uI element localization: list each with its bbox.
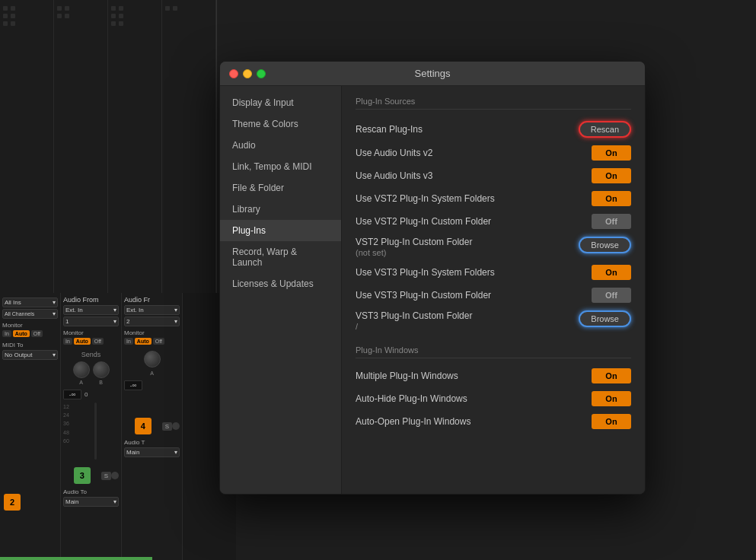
channel4-dot-btn[interactable] bbox=[172, 422, 180, 430]
channel4-s-btn[interactable]: S bbox=[162, 422, 172, 431]
rescan-label: Rescan Plug-Ins bbox=[356, 124, 423, 135]
auto-open-label: Auto-Open Plug-In Windows bbox=[356, 416, 471, 427]
send-b-knob[interactable] bbox=[93, 361, 110, 378]
vst2-browse-row: VST2 Plug-In Custom Folder (not set) Bro… bbox=[356, 233, 631, 261]
vst3-custom-label: Use VST3 Plug-In Custom Folder bbox=[356, 290, 491, 301]
settings-modal: Settings Display & Input Theme & Colors … bbox=[219, 61, 646, 495]
monitor-in-btn-a1[interactable]: In bbox=[63, 338, 72, 345]
midi-to-label: MIDI To bbox=[2, 342, 58, 348]
mixer-channel-audio1: Audio From Ext. In▾ 1▾ Monitor In Auto O… bbox=[61, 293, 122, 560]
sidebar-item-plug-ins[interactable]: Plug-Ins bbox=[220, 220, 341, 241]
audio-units-v2-row: Use Audio Units v2 On bbox=[356, 142, 631, 164]
audio-units-v3-row: Use Audio Units v3 On bbox=[356, 164, 631, 187]
monitor-off-btn-a2[interactable]: Off bbox=[153, 338, 164, 345]
multiple-windows-toggle[interactable]: On bbox=[592, 368, 631, 383]
vst2-folder-label-block: VST2 Plug-In Custom Folder (not set) bbox=[356, 237, 579, 257]
vst2-custom-row: Use VST2 Plug-In Custom Folder Off bbox=[356, 210, 631, 233]
vst3-folder-title: VST3 Plug-In Custom Folder bbox=[356, 310, 579, 321]
sidebar-item-link-tempo[interactable]: Link, Tempo & MIDI bbox=[220, 156, 341, 177]
auto-hide-toggle[interactable]: On bbox=[592, 391, 631, 406]
multiple-windows-row: Multiple Plug-In Windows On bbox=[356, 364, 631, 387]
midi-output-dropdown[interactable]: No Output▾ bbox=[2, 350, 58, 360]
sends-section: Sends A B bbox=[63, 348, 119, 385]
sidebar-item-file-folder[interactable]: File & Folder bbox=[220, 177, 341, 199]
vst3-path: / bbox=[356, 322, 579, 331]
auto-hide-row: Auto-Hide Plug-In Windows On bbox=[356, 387, 631, 410]
close-button[interactable] bbox=[229, 69, 238, 78]
channel3-s-btn[interactable]: S bbox=[101, 472, 111, 480]
auto-open-row: Auto-Open Plug-In Windows On bbox=[356, 410, 631, 433]
monitor-label-midi: Monitor bbox=[2, 322, 58, 329]
sidebar-item-licenses[interactable]: Licenses & Updates bbox=[220, 273, 341, 294]
vst2-custom-label: Use VST2 Plug-In Custom Folder bbox=[356, 216, 491, 227]
monitor-auto-btn-a2[interactable]: Auto bbox=[135, 338, 152, 345]
sidebar-item-theme-colors[interactable]: Theme & Colors bbox=[220, 113, 341, 135]
progress-bar bbox=[0, 557, 152, 560]
vst3-browse-button[interactable]: Browse bbox=[579, 310, 631, 327]
vst2-browse-button[interactable]: Browse bbox=[579, 237, 631, 253]
db-display2: -∞ bbox=[124, 380, 180, 390]
db-display: -∞ 0 bbox=[63, 390, 119, 399]
audio1-to-label: Audio To bbox=[63, 488, 119, 495]
auto-open-toggle[interactable]: On bbox=[592, 414, 631, 429]
sidebar-item-audio[interactable]: Audio bbox=[220, 135, 341, 156]
monitor-in-btn[interactable]: In bbox=[2, 330, 11, 337]
plug-in-sources-title: Plug-In Sources bbox=[356, 97, 631, 110]
monitor-off-btn-a1[interactable]: Off bbox=[92, 338, 104, 345]
vst2-not-set: (not set) bbox=[356, 248, 579, 257]
channel3-controls: 3 S bbox=[63, 464, 119, 487]
modal-content: Plug-In Sources Rescan Plug-Ins Rescan U… bbox=[342, 86, 645, 494]
monitor-off-btn[interactable]: Off bbox=[31, 330, 43, 337]
audio-units-v3-toggle[interactable]: On bbox=[592, 168, 631, 183]
mixer-area: All Ins▾ All Channels▾ Monitor In Auto O… bbox=[0, 293, 236, 560]
mixer-channel-audio2: Audio Fr Ext. In▾ 2▾ Monitor In Auto Off… bbox=[122, 293, 183, 560]
monitor-buttons-audio2: In Auto Off bbox=[124, 338, 180, 345]
monitor-buttons-midi: In Auto Off bbox=[2, 330, 58, 337]
channel3-number: 3 bbox=[74, 467, 91, 484]
sidebar-item-library[interactable]: Library bbox=[220, 199, 341, 220]
mixer-channel-midi: All Ins▾ All Channels▾ Monitor In Auto O… bbox=[0, 293, 61, 560]
plug-in-windows-title: Plug-In Windows bbox=[356, 345, 631, 358]
vst3-folder-label-block: VST3 Plug-In Custom Folder / bbox=[356, 310, 579, 331]
monitor-in-btn-a2[interactable]: In bbox=[124, 338, 133, 345]
audio2-input-dropdown[interactable]: Ext. In▾ bbox=[124, 305, 180, 315]
audio-units-v2-toggle[interactable]: On bbox=[592, 145, 631, 161]
midi-channel-dropdown[interactable]: All Channels▾ bbox=[2, 309, 58, 319]
vst3-custom-toggle[interactable]: Off bbox=[592, 288, 631, 303]
minimize-button[interactable] bbox=[243, 69, 252, 78]
auto-hide-label: Auto-Hide Plug-In Windows bbox=[356, 393, 467, 404]
send-a2-knob[interactable] bbox=[144, 351, 161, 368]
vst2-folder-title: VST2 Plug-In Custom Folder bbox=[356, 237, 579, 247]
audio2-channel-dropdown[interactable]: 2▾ bbox=[124, 317, 180, 326]
sidebar-item-record-warp[interactable]: Record, Warp & Launch bbox=[220, 241, 341, 273]
modal-sidebar: Display & Input Theme & Colors Audio Lin… bbox=[220, 86, 342, 494]
send-a-knob[interactable] bbox=[73, 361, 90, 378]
vst3-system-toggle[interactable]: On bbox=[592, 265, 631, 280]
audio2-from-label: Audio Fr bbox=[124, 296, 180, 304]
channel3-dot-btn[interactable] bbox=[111, 472, 119, 479]
maximize-button[interactable] bbox=[257, 69, 266, 78]
audio1-channel-dropdown[interactable]: 1▾ bbox=[63, 317, 119, 326]
rescan-button[interactable]: Rescan bbox=[579, 121, 631, 138]
monitor-label-audio1: Monitor bbox=[63, 329, 119, 336]
audio1-output-dropdown[interactable]: Main▾ bbox=[63, 497, 119, 507]
audio-units-v3-label: Use Audio Units v3 bbox=[356, 170, 432, 181]
vst2-system-row: Use VST2 Plug-In System Folders On bbox=[356, 187, 631, 210]
sidebar-item-display-input[interactable]: Display & Input bbox=[220, 92, 341, 113]
modal-body: Display & Input Theme & Colors Audio Lin… bbox=[220, 86, 645, 494]
channel4-number: 4 bbox=[135, 418, 152, 434]
vst3-browse-row: VST3 Plug-In Custom Folder / Browse bbox=[356, 307, 631, 335]
rescan-row: Rescan Plug-Ins Rescan bbox=[356, 117, 631, 142]
modal-title: Settings bbox=[415, 68, 451, 79]
monitor-auto-btn-a1[interactable]: Auto bbox=[74, 338, 91, 345]
audio2-output-dropdown[interactable]: Main▾ bbox=[124, 447, 180, 457]
modal-titlebar: Settings bbox=[220, 62, 645, 86]
midi-input-dropdown[interactable]: All Ins▾ bbox=[2, 298, 58, 307]
vst2-custom-toggle[interactable]: Off bbox=[592, 214, 631, 229]
track-area bbox=[0, 0, 217, 293]
monitor-auto-btn[interactable]: Auto bbox=[13, 330, 30, 337]
audio-from-label: Audio From bbox=[63, 296, 119, 304]
vst3-system-label: Use VST3 Plug-In System Folders bbox=[356, 267, 495, 278]
audio1-input-dropdown[interactable]: Ext. In▾ bbox=[63, 305, 119, 315]
vst2-system-toggle[interactable]: On bbox=[592, 191, 631, 206]
